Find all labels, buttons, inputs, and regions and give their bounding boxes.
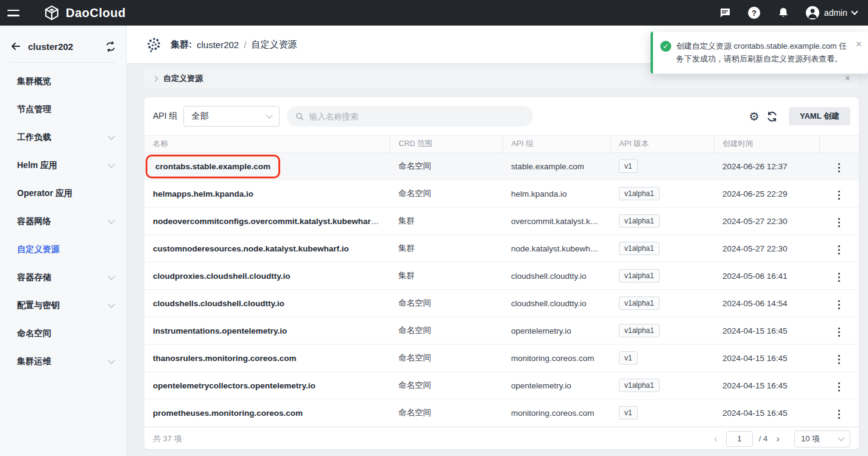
- crd-version-badge: v1alpha1: [619, 379, 660, 391]
- crd-scope-cell: 集群: [390, 208, 503, 235]
- sidebar-item-container-storage[interactable]: 容器存储: [0, 264, 126, 292]
- crd-name-link[interactable]: customnoderesources.node.katalyst.kubewh…: [153, 244, 349, 253]
- crd-api-group-cell: overcommit.katalyst.kub...: [503, 208, 610, 235]
- success-check-icon: ✓: [660, 41, 671, 52]
- table-row[interactable]: crontabs.stable.example.com 命名空间 stable.…: [144, 153, 859, 180]
- brand-logo[interactable]: DaoCloud: [44, 5, 125, 21]
- tab-close-icon[interactable]: ×: [845, 74, 850, 83]
- switch-cluster-icon[interactable]: [105, 41, 116, 52]
- sidebar-item-label: 节点管理: [17, 104, 114, 115]
- crd-version-badge: v1alpha1: [619, 242, 660, 254]
- crd-name-link[interactable]: thanosrulers.monitoring.coreos.com: [153, 354, 297, 363]
- feedback-chat-icon[interactable]: [718, 6, 732, 19]
- row-actions-kebab-icon[interactable]: [833, 298, 845, 312]
- table-row[interactable]: customnoderesources.node.katalyst.kubewh…: [144, 235, 859, 262]
- sidebar-item-node-management[interactable]: 节点管理: [0, 96, 126, 124]
- user-menu[interactable]: admin: [806, 6, 857, 19]
- settings-gear-icon[interactable]: ⚙: [745, 107, 763, 125]
- sidebar-item-operator-apps[interactable]: Operator 应用: [0, 180, 126, 208]
- crd-version-badge: v1: [619, 160, 638, 172]
- column-header-actions: [819, 136, 859, 153]
- crd-name-link[interactable]: cloudshells.cloudshell.cloudtty.io: [153, 299, 284, 308]
- api-group-select[interactable]: 全部: [183, 106, 280, 127]
- refresh-icon[interactable]: [763, 107, 782, 125]
- table-row[interactable]: opentelemetrycollectors.opentelemetry.io…: [144, 372, 859, 399]
- table-row[interactable]: cloudproxies.cloudshell.cloudtty.io 集群 c…: [144, 262, 859, 290]
- yaml-create-button[interactable]: YAML 创建: [789, 107, 850, 125]
- crd-version-badge: v1alpha1: [619, 269, 660, 282]
- crd-api-group-cell: monitoring.coreos.com: [503, 399, 610, 427]
- column-header-name: 名称: [144, 136, 390, 153]
- toast-message: 创建自定义资源 crontabs.stable.example.com 任务下发…: [676, 40, 850, 66]
- help-icon[interactable]: ?: [747, 6, 761, 19]
- search-box: [287, 106, 533, 127]
- sidebar-item-custom-resources[interactable]: 自定义资源: [0, 236, 126, 264]
- table-header-row: 名称 CRD 范围 API 组 API 版本 创建时间: [144, 136, 859, 153]
- crd-version-badge: v1: [619, 351, 638, 364]
- crd-scope-cell: 命名空间: [390, 180, 503, 208]
- row-actions-kebab-icon[interactable]: [833, 353, 845, 367]
- table-row[interactable]: nodeovercommitconfigs.overcommit.katalys…: [144, 208, 859, 235]
- sidebar-item-label: 工作负载: [17, 132, 109, 143]
- breadcrumb-cluster-name[interactable]: cluster202: [197, 40, 239, 50]
- sidebar-item-config-secrets[interactable]: 配置与密钥: [0, 292, 126, 320]
- table-row[interactable]: prometheuses.monitoring.coreos.com 命名空间 …: [144, 399, 859, 427]
- row-actions-kebab-icon[interactable]: [833, 188, 845, 202]
- row-actions-kebab-icon[interactable]: [833, 243, 845, 257]
- table-row[interactable]: thanosrulers.monitoring.coreos.com 命名空间 …: [144, 345, 859, 372]
- crd-scope-cell: 命名空间: [390, 345, 503, 372]
- crd-name-link[interactable]: instrumentations.opentelemetry.io: [153, 326, 287, 335]
- hamburger-menu-icon[interactable]: [7, 10, 33, 16]
- crd-version-badge: v1alpha1: [619, 296, 660, 309]
- sidebar-item-label: 配置与密钥: [17, 300, 109, 311]
- column-header-api-version: API 版本: [610, 136, 714, 153]
- row-actions-kebab-icon[interactable]: [833, 407, 845, 421]
- crd-name-link[interactable]: opentelemetrycollectors.opentelemetry.io: [153, 381, 316, 390]
- sidebar-item-cluster-overview[interactable]: 集群概览: [0, 68, 126, 96]
- sidebar-item-container-network[interactable]: 容器网络: [0, 208, 126, 236]
- row-actions-kebab-icon[interactable]: [833, 161, 845, 175]
- pagination: ‹ / 4 › 10 项: [711, 430, 850, 447]
- chevron-down-icon: [108, 357, 115, 363]
- back-arrow-icon[interactable]: [10, 40, 22, 52]
- column-header-created: 创建时间: [714, 136, 819, 153]
- row-actions-kebab-icon[interactable]: [833, 216, 845, 230]
- sidebar-item-helm-apps[interactable]: Helm 应用: [0, 152, 126, 180]
- table-row[interactable]: cloudshells.cloudshell.cloudtty.io 命名空间 …: [144, 290, 859, 317]
- table-row[interactable]: helmapps.helm.kpanda.io 命名空间 helm.kpanda…: [144, 180, 859, 208]
- breadcrumb-separator: /: [244, 40, 246, 50]
- crd-scope-cell: 命名空间: [390, 317, 503, 345]
- sidebar-item-namespaces[interactable]: 命名空间: [0, 320, 126, 348]
- tab-label: 自定义资源: [163, 73, 203, 84]
- crd-scope-cell: 命名空间: [390, 290, 503, 317]
- crd-api-group-cell: opentelemetry.io: [503, 372, 610, 399]
- crd-api-group-cell: cloudshell.cloudtty.io: [503, 290, 610, 317]
- api-group-selected-value: 全部: [191, 111, 267, 122]
- sidebar-item-workloads[interactable]: 工作负载: [0, 124, 126, 152]
- notification-bell-icon[interactable]: [777, 6, 790, 19]
- next-page-icon[interactable]: ›: [774, 433, 782, 444]
- crd-name-link[interactable]: helmapps.helm.kpanda.io: [153, 189, 253, 198]
- chevron-down-icon: [108, 301, 115, 307]
- prev-page-icon[interactable]: ‹: [711, 433, 720, 444]
- crd-scope-cell: 集群: [390, 235, 503, 262]
- crd-name-link[interactable]: nodeovercommitconfigs.overcommit.katalys…: [153, 217, 383, 226]
- table-row[interactable]: instrumentations.opentelemetry.io 命名空间 o…: [144, 317, 859, 345]
- search-input[interactable]: [309, 112, 525, 121]
- crd-created-cell: 2024-05-06 16:41: [714, 262, 819, 290]
- crd-version-badge: v1alpha1: [619, 214, 660, 227]
- sidebar-item-label: 容器网络: [17, 216, 109, 227]
- sidebar-item-cluster-ops[interactable]: 集群运维: [0, 348, 126, 376]
- row-actions-kebab-icon[interactable]: [833, 325, 845, 339]
- crd-name-link[interactable]: crontabs.stable.example.com: [146, 155, 280, 178]
- crd-name-link[interactable]: cloudproxies.cloudshell.cloudtty.io: [153, 272, 291, 281]
- toast-close-icon[interactable]: ×: [856, 39, 862, 49]
- chevron-down-icon: [108, 133, 115, 139]
- crd-name-link[interactable]: prometheuses.monitoring.coreos.com: [153, 409, 303, 418]
- crd-api-group-cell: helm.kpanda.io: [503, 180, 610, 208]
- page-size-select[interactable]: 10 项: [794, 430, 850, 447]
- row-actions-kebab-icon[interactable]: [833, 270, 845, 284]
- row-actions-kebab-icon[interactable]: [833, 380, 845, 394]
- crd-api-group-cell: node.katalyst.kubewharf.io: [503, 235, 610, 262]
- page-number-input[interactable]: [726, 431, 753, 447]
